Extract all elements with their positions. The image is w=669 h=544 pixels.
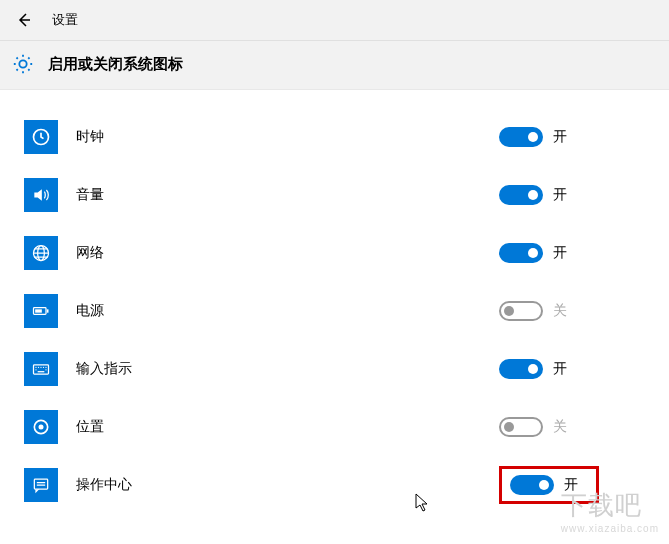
svg-point-7	[35, 367, 36, 368]
label-network: 网络	[76, 244, 499, 262]
row-volume: 音量开	[24, 166, 669, 224]
highlight-box: 开	[499, 466, 599, 504]
label-location: 位置	[76, 418, 499, 436]
toggle-label-power: 关	[553, 302, 567, 320]
row-power: 电源关	[24, 282, 669, 340]
label-power: 电源	[76, 302, 499, 320]
label-clock: 时钟	[76, 128, 499, 146]
network-icon	[24, 236, 58, 270]
toggle-network[interactable]	[499, 243, 543, 263]
row-input: 输入指示开	[24, 340, 669, 398]
toggle-label-location: 关	[553, 418, 567, 436]
svg-point-16	[39, 425, 44, 430]
toggle-clock[interactable]	[499, 127, 543, 147]
svg-rect-17	[34, 479, 47, 489]
toggle-label-input: 开	[553, 360, 567, 378]
svg-point-9	[40, 367, 41, 368]
row-location: 位置关	[24, 398, 669, 456]
toggle-volume[interactable]	[499, 185, 543, 205]
svg-point-8	[38, 367, 39, 368]
toggle-location[interactable]	[499, 417, 543, 437]
svg-point-13	[45, 369, 46, 370]
svg-point-10	[43, 367, 44, 368]
svg-point-12	[35, 369, 36, 370]
toggle-input[interactable]	[499, 359, 543, 379]
svg-rect-14	[38, 371, 45, 372]
label-action-center: 操作中心	[76, 476, 499, 494]
row-network: 网络开	[24, 224, 669, 282]
toggle-action-center[interactable]	[510, 475, 554, 495]
volume-icon	[24, 178, 58, 212]
toggle-label-clock: 开	[553, 128, 567, 146]
toggle-label-volume: 开	[553, 186, 567, 204]
page-title: 启用或关闭系统图标	[48, 55, 183, 74]
action-center-icon	[24, 468, 58, 502]
toggle-label-network: 开	[553, 244, 567, 262]
svg-point-11	[45, 367, 46, 368]
toggle-label-action-center: 开	[564, 476, 578, 494]
power-icon	[24, 294, 58, 328]
svg-rect-5	[47, 309, 49, 312]
label-volume: 音量	[76, 186, 499, 204]
row-clock: 时钟开	[24, 108, 669, 166]
window-title: 设置	[52, 11, 78, 29]
row-action-center: 操作中心开	[24, 456, 669, 514]
back-arrow-icon	[16, 12, 32, 28]
back-button[interactable]	[12, 8, 36, 32]
toggle-power[interactable]	[499, 301, 543, 321]
input-icon	[24, 352, 58, 386]
clock-icon	[24, 120, 58, 154]
location-icon	[24, 410, 58, 444]
gear-icon	[12, 53, 34, 75]
label-input: 输入指示	[76, 360, 499, 378]
svg-rect-4	[35, 309, 42, 312]
